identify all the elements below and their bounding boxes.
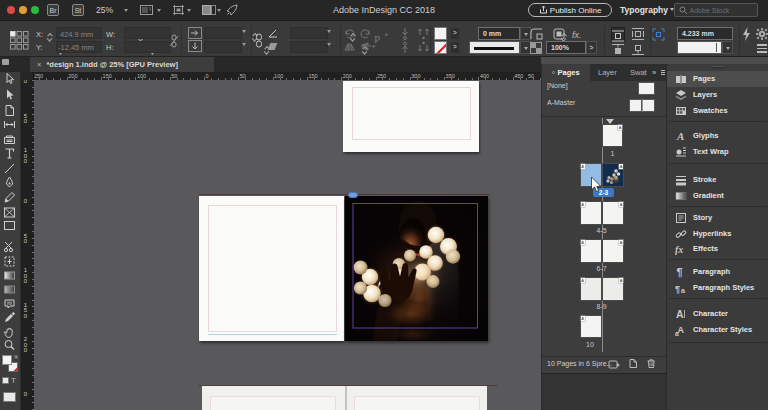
svg-text:a: a xyxy=(675,330,679,337)
svg-text:¶: ¶ xyxy=(675,284,680,294)
svg-text:A: A xyxy=(676,308,684,320)
svg-text:fx: fx xyxy=(675,244,683,255)
svg-text:¶: ¶ xyxy=(677,266,683,278)
svg-text:a: a xyxy=(681,287,685,294)
svg-text:A: A xyxy=(676,130,684,142)
